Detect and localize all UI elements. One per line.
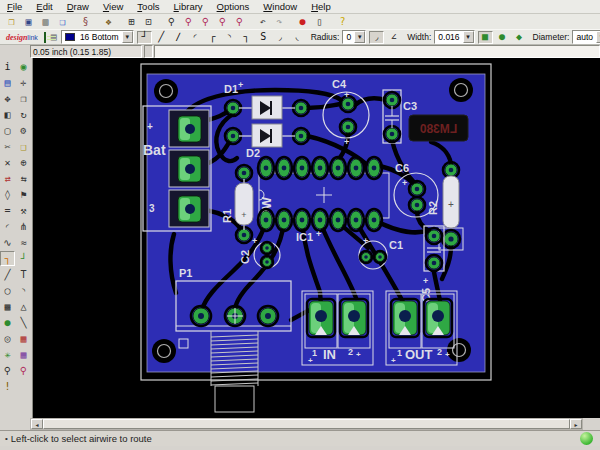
bend-arc-start-icon[interactable]: ◝ bbox=[222, 31, 237, 44]
board-canvas[interactable]: + Bat 3 PW + D1 + D2 C4 + + bbox=[32, 58, 600, 418]
bend-90-start-icon[interactable]: ┘ bbox=[137, 31, 152, 44]
command-input[interactable] bbox=[154, 45, 600, 58]
display-layers-icon[interactable]: ▤ bbox=[0, 75, 15, 90]
menu-item-options[interactable]: Options bbox=[210, 1, 257, 12]
via-octagon-icon[interactable]: ◆ bbox=[512, 31, 527, 44]
route-icon[interactable]: ┐ bbox=[0, 251, 15, 266]
board-component-out[interactable]: 1 OUT 2 + + bbox=[386, 291, 457, 365]
menu-item-file[interactable]: File bbox=[0, 1, 29, 12]
mark-icon[interactable]: ✛ bbox=[16, 75, 31, 90]
zoom-fit-icon[interactable]: ⚲ bbox=[164, 15, 179, 28]
undo-icon[interactable]: ↶ bbox=[255, 15, 270, 28]
miter-straight-icon[interactable]: ∠ bbox=[386, 31, 401, 44]
mirror-icon[interactable]: ◧ bbox=[0, 107, 15, 122]
element14-logo[interactable] bbox=[44, 32, 46, 43]
show-eye-icon[interactable]: ◉ bbox=[16, 59, 31, 74]
ripup-icon[interactable]: ┘ bbox=[16, 251, 31, 266]
cut-icon[interactable]: ✂ bbox=[0, 139, 15, 154]
miter-round-icon[interactable]: ◞ bbox=[369, 31, 384, 44]
replace-icon[interactable]: ⇆ bbox=[16, 171, 31, 186]
menu-item-view[interactable]: View bbox=[96, 1, 130, 12]
scroll-right-arrow-icon[interactable]: ▸ bbox=[570, 419, 582, 429]
width-dropdown-button[interactable]: ▾ bbox=[463, 31, 474, 43]
smash-icon[interactable]: ⚒ bbox=[16, 203, 31, 218]
open-icon[interactable]: ❒ bbox=[4, 15, 19, 28]
value-icon[interactable]: = bbox=[0, 203, 15, 218]
diameter-dropdown-button[interactable]: ▾ bbox=[596, 31, 600, 43]
bend-straight-icon[interactable]: ∕ bbox=[171, 31, 186, 44]
grid-icon[interactable]: ▦ bbox=[50, 31, 58, 44]
bend-45-end-icon[interactable]: ◜ bbox=[188, 31, 203, 44]
radius-dropdown-button[interactable]: ▾ bbox=[354, 31, 365, 43]
print-icon[interactable]: ▥ bbox=[38, 15, 53, 28]
text-icon[interactable]: T bbox=[16, 267, 31, 282]
circle-icon[interactable]: ○ bbox=[0, 283, 15, 298]
zoom-out-icon[interactable]: ⚲ bbox=[198, 15, 213, 28]
group-icon[interactable]: ▢ bbox=[0, 123, 15, 138]
move-icon[interactable]: ✥ bbox=[0, 91, 15, 106]
go-icon[interactable]: ▯ bbox=[312, 15, 327, 28]
drc-icon[interactable]: ⚲ bbox=[16, 363, 31, 378]
board-component-lm380[interactable]: LM380 bbox=[409, 115, 468, 141]
zoom-select-icon[interactable]: ⚲ bbox=[215, 15, 230, 28]
rotate-icon[interactable]: ↻ bbox=[16, 107, 31, 122]
signal-icon[interactable]: ╲ bbox=[16, 315, 31, 330]
erc-icon[interactable]: ⚲ bbox=[0, 363, 15, 378]
via-icon[interactable]: ● bbox=[0, 315, 15, 330]
change-icon[interactable]: ⚙ bbox=[16, 123, 31, 138]
redo-icon[interactable]: ↷ bbox=[272, 15, 287, 28]
menu-item-draw[interactable]: Draw bbox=[60, 1, 96, 12]
via-round-icon[interactable]: ● bbox=[495, 31, 510, 44]
auto-icon[interactable]: ▦ bbox=[16, 347, 31, 362]
bend-45-start-icon[interactable]: ╱ bbox=[154, 31, 169, 44]
name-icon[interactable]: ⚑ bbox=[16, 187, 31, 202]
wire-icon[interactable]: ╱ bbox=[0, 267, 15, 282]
radius-select[interactable]: 0 ▾ bbox=[342, 30, 366, 44]
online-status-indicator[interactable] bbox=[580, 432, 593, 445]
run-ulp-icon[interactable]: ❖ bbox=[101, 15, 116, 28]
layer-select[interactable]: 16 Bottom ▾ bbox=[61, 30, 134, 44]
paste-icon[interactable]: ❑ bbox=[16, 139, 31, 154]
stop-icon[interactable]: ● bbox=[295, 15, 310, 28]
hole-icon[interactable]: ◎ bbox=[0, 331, 15, 346]
help-icon[interactable]: ? bbox=[335, 15, 350, 28]
designlink-logo[interactable]: designlink bbox=[6, 33, 38, 42]
bend-arc-end-icon[interactable]: ┐ bbox=[239, 31, 254, 44]
delete-icon[interactable]: ✕ bbox=[0, 155, 15, 170]
pcb-board-drawing[interactable]: + Bat 3 PW + D1 + D2 C4 + + bbox=[33, 58, 600, 418]
add-icon[interactable]: ⊕ bbox=[16, 155, 31, 170]
bend-s-icon[interactable]: S bbox=[256, 31, 271, 44]
command-line-splitter[interactable] bbox=[144, 45, 153, 58]
bend-arc-cw-icon[interactable]: ◞ bbox=[273, 31, 288, 44]
bend-90-end-icon[interactable]: ┌ bbox=[205, 31, 220, 44]
bend-arc-ccw-icon[interactable]: ◟ bbox=[290, 31, 305, 44]
copy-icon[interactable]: ❐ bbox=[16, 91, 31, 106]
pinswap-icon[interactable]: ⇄ bbox=[0, 171, 15, 186]
ratsnest-icon[interactable]: ✳ bbox=[0, 347, 15, 362]
export-image-icon[interactable]: ❏ bbox=[55, 15, 70, 28]
diameter-select[interactable]: auto ▾ bbox=[572, 30, 600, 44]
script-icon[interactable]: § bbox=[78, 15, 93, 28]
miter-tool-icon[interactable]: ◜ bbox=[0, 219, 15, 234]
rect-icon[interactable]: ▩ bbox=[0, 299, 15, 314]
save-icon[interactable]: ▣ bbox=[21, 15, 36, 28]
arc-icon[interactable]: ◝ bbox=[16, 283, 31, 298]
menu-item-tools[interactable]: Tools bbox=[130, 1, 166, 12]
via-square-icon[interactable]: ■ bbox=[478, 31, 493, 44]
menu-item-library[interactable]: Library bbox=[167, 1, 210, 12]
attribute-icon[interactable]: ▦ bbox=[16, 331, 31, 346]
horizontal-scrollbar[interactable]: ◂ ▸ bbox=[30, 418, 583, 430]
errors-icon[interactable]: ! bbox=[0, 379, 15, 394]
meander-icon[interactable]: ≈ bbox=[16, 235, 31, 250]
redraw-icon[interactable]: ⊡ bbox=[141, 15, 156, 28]
zoom-redraw-icon[interactable]: ⚲ bbox=[232, 15, 247, 28]
menu-item-help[interactable]: Help bbox=[304, 1, 338, 12]
layer-dropdown-button[interactable]: ▾ bbox=[122, 31, 133, 43]
width-select[interactable]: 0.016 ▾ bbox=[434, 30, 474, 44]
lock-icon[interactable]: ◊ bbox=[0, 187, 15, 202]
scroll-left-arrow-icon[interactable]: ◂ bbox=[31, 419, 43, 429]
info-icon[interactable]: i bbox=[0, 59, 15, 74]
zoom-in-icon[interactable]: ⚲ bbox=[181, 15, 196, 28]
menu-item-edit[interactable]: Edit bbox=[29, 1, 59, 12]
optimize-icon[interactable]: ∿ bbox=[0, 235, 15, 250]
